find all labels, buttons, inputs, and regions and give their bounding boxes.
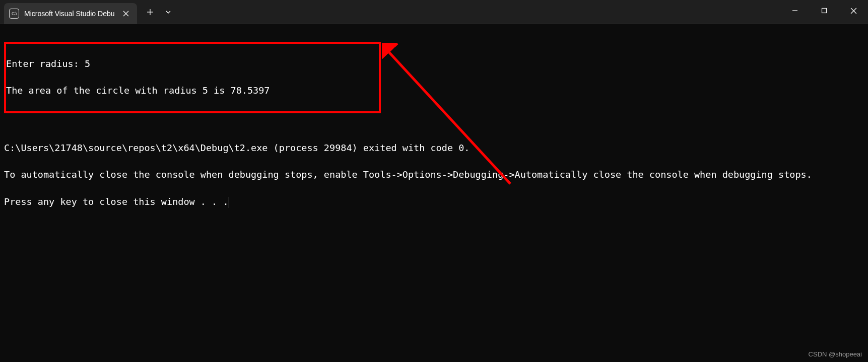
- minimize-icon: [792, 8, 798, 14]
- output-line-result: The area of the circle with radius 5 is …: [6, 84, 379, 98]
- close-icon: [850, 8, 857, 14]
- maximize-button[interactable]: [810, 0, 839, 21]
- text-cursor: [229, 197, 230, 208]
- window-close-button[interactable]: [839, 0, 868, 21]
- window-titlebar: C:\ Microsoft Visual Studio Debu: [0, 0, 868, 24]
- tab-title: Microsoft Visual Studio Debu: [24, 10, 115, 18]
- output-line-prompt: Enter radius: 5: [6, 57, 379, 71]
- svg-rect-5: [822, 9, 827, 13]
- window-controls: [780, 0, 868, 21]
- console-icon: C:\: [9, 9, 19, 19]
- blank-line: [4, 114, 864, 128]
- output-line-press-key: Press any key to close this window . . .: [4, 195, 864, 209]
- close-icon: [123, 11, 129, 17]
- output-line-hint: To automatically close the console when …: [4, 168, 864, 182]
- output-line-exit: C:\Users\21748\source\repos\t2\x64\Debug…: [4, 141, 864, 155]
- minimize-button[interactable]: [780, 0, 810, 21]
- chevron-down-icon: [165, 9, 171, 15]
- terminal-output[interactable]: Enter radius: 5 The area of the circle w…: [0, 24, 868, 227]
- tab-dropdown-button[interactable]: [159, 3, 177, 21]
- maximize-icon: [821, 8, 827, 14]
- highlighted-program-output: Enter radius: 5 The area of the circle w…: [4, 42, 381, 113]
- terminal-tab[interactable]: C:\ Microsoft Visual Studio Debu: [4, 3, 137, 24]
- watermark: CSDN @shopeeai: [809, 350, 862, 358]
- new-tab-button[interactable]: [141, 3, 159, 21]
- tab-close-button[interactable]: [120, 8, 132, 20]
- plus-icon: [147, 9, 154, 16]
